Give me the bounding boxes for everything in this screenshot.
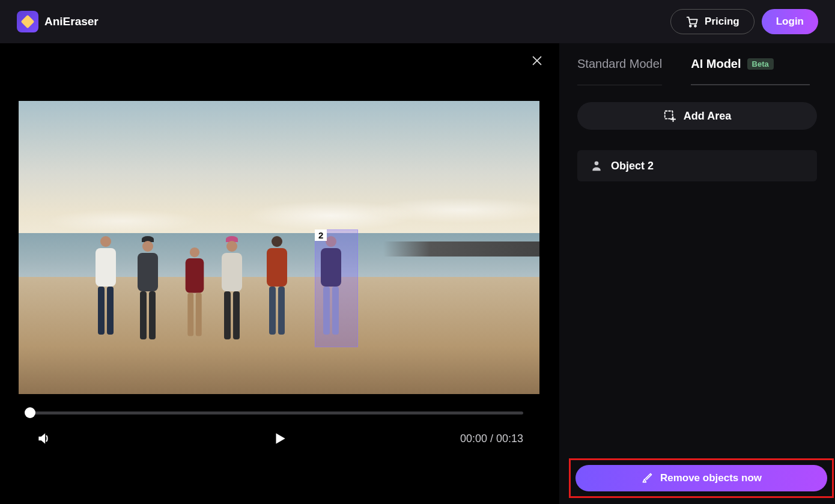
time-display: 00:00 / 00:13 [460,433,523,445]
object-label: Object 2 [611,160,654,172]
header-actions: Pricing Login [670,9,818,34]
video-controls: 00:00 / 00:13 [36,424,523,453]
video-frame[interactable]: 2 [19,101,539,394]
tab-standard-model[interactable]: Standard Model [577,43,662,85]
person-icon [591,160,603,172]
login-button[interactable]: Login [762,9,818,34]
object-list-item[interactable]: Object 2 [577,150,817,181]
play-icon[interactable] [272,431,288,446]
app-logo-icon [17,11,38,32]
time-total: 00:13 [496,433,523,445]
scene-person [91,236,121,344]
svg-point-0 [690,25,691,27]
progress-thumb[interactable] [25,407,35,418]
volume-icon[interactable] [36,431,52,446]
add-area-button[interactable]: Add Area [577,102,817,130]
svg-point-3 [595,162,599,166]
object-selection-box[interactable]: 2 [315,229,358,347]
svg-rect-2 [665,111,673,119]
remove-objects-button[interactable]: Remove objects now [575,465,827,491]
logo[interactable]: AniEraser [17,11,99,32]
remove-highlight-box: Remove objects now [569,458,834,498]
cart-icon [685,15,699,28]
svg-point-1 [694,25,696,27]
progress-track[interactable] [30,411,523,414]
tab-ai-label: AI Model [691,57,741,71]
tab-ai-model[interactable]: AI Model Beta [691,43,774,85]
selection-label: 2 [315,229,327,241]
add-area-icon [663,109,676,123]
scene-jetty [383,241,539,256]
close-icon[interactable] [530,54,544,67]
scene-person [181,247,208,345]
tab-standard-label: Standard Model [577,57,662,71]
app-name: AniEraser [44,15,99,28]
add-area-label: Add Area [684,110,731,123]
scene-person [262,236,292,344]
time-current: 00:00 [460,433,487,445]
login-label: Login [776,16,804,28]
video-viewer: 2 00:00 / 00:13 [0,43,559,504]
app-header: AniEraser Pricing Login [0,0,835,43]
scene-person [217,236,247,344]
remove-label: Remove objects now [660,472,762,484]
main: 2 00:00 / 00:13 [0,43,835,504]
sidebar: Standard Model AI Model Beta Add Area Ob… [559,43,835,504]
scene-person [133,236,163,344]
model-tabs: Standard Model AI Model Beta [577,43,817,85]
brush-icon [641,472,653,484]
pricing-button[interactable]: Pricing [670,9,755,34]
beta-badge: Beta [747,58,774,70]
progress-bar[interactable] [30,407,523,418]
pricing-label: Pricing [705,16,739,28]
